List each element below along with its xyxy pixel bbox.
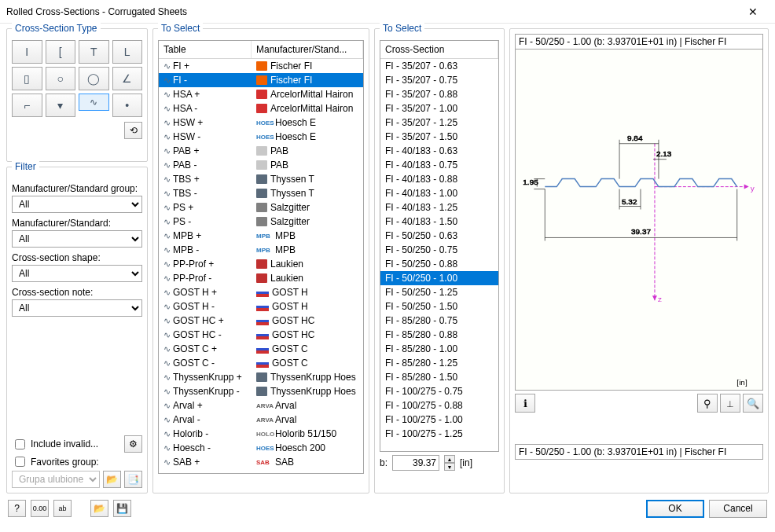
cross-row[interactable]: FI - 50/250 - 1.00 — [380, 271, 498, 285]
table-row[interactable]: ∿GOST C -GOST C — [159, 356, 363, 370]
cross-row[interactable]: FI - 35/207 - 0.63 — [380, 59, 498, 73]
fav-add-icon[interactable]: 📑 — [124, 471, 142, 488]
filter-shape-select[interactable]: All — [12, 265, 142, 282]
table-row[interactable]: ∿PP-Prof +Laukien — [159, 257, 363, 271]
cross-row[interactable]: FI - 35/207 - 1.00 — [380, 101, 498, 116]
cross-row[interactable]: FI - 40/183 - 1.00 — [380, 186, 498, 200]
cross-row[interactable]: FI - 100/275 - 1.00 — [380, 413, 498, 427]
type-icon-3[interactable]: L — [112, 40, 143, 64]
favorites-select[interactable]: Grupa ulubione — [12, 471, 100, 488]
table-row[interactable]: ∿HSA -ArcelorMittal Hairon — [159, 101, 363, 116]
table-row[interactable]: ∿GOST HC -GOST HC — [159, 328, 363, 342]
cross-row[interactable]: FI - 35/207 - 0.75 — [380, 73, 498, 87]
table-row[interactable]: ∿PS -Salzgitter — [159, 215, 363, 229]
type-icon-7[interactable]: ∠ — [112, 67, 143, 90]
table-row[interactable]: ∿FI +Fischer FI — [159, 59, 363, 73]
cross-row[interactable]: FI - 100/275 - 1.25 — [380, 427, 498, 441]
table-row[interactable]: ∿HSW +HOESHoesch E — [159, 116, 363, 130]
table-row[interactable]: ∿MPB -MPBMPB — [159, 243, 363, 257]
view-zoom-icon[interactable]: 🔍 — [743, 394, 763, 413]
table-row[interactable]: ∿Holorib -HOLOHolorib 51/150 — [159, 427, 363, 441]
cross-row[interactable]: FI - 50/250 - 0.75 — [380, 243, 498, 257]
ok-button[interactable]: OK — [646, 500, 704, 518]
cross-row[interactable]: FI - 100/275 - 0.75 — [380, 384, 498, 398]
group-filter-legend: Filter — [12, 161, 39, 172]
cross-row[interactable]: FI - 35/207 - 0.88 — [380, 87, 498, 101]
table-row[interactable]: ∿PAB -PAB — [159, 158, 363, 172]
cross-row[interactable]: FI - 40/183 - 1.25 — [380, 200, 498, 215]
save-icon[interactable]: 💾 — [113, 500, 131, 517]
cross-row[interactable]: FI - 50/250 - 1.50 — [380, 299, 498, 314]
type-icon-10[interactable]: ∿ — [79, 94, 109, 111]
type-icon-11[interactable]: • — [112, 94, 143, 117]
type-icon-0[interactable]: I — [12, 40, 42, 64]
help-icon[interactable]: ? — [8, 500, 26, 517]
b-down-icon[interactable]: ▼ — [444, 463, 455, 471]
cross-row[interactable]: FI - 100/275 - 0.88 — [380, 398, 498, 413]
cross-row[interactable]: FI - 40/183 - 0.88 — [380, 172, 498, 186]
type-icon-2[interactable]: T — [79, 40, 109, 64]
cross-row[interactable]: FI - 50/250 - 0.63 — [380, 229, 498, 243]
info-icon[interactable]: ℹ — [515, 394, 535, 413]
table-row[interactable]: ∿Hoesch -HOESHoesch 200 — [159, 441, 363, 455]
cross-row[interactable]: FI - 40/183 - 0.63 — [380, 144, 498, 158]
col-table[interactable]: Table — [159, 41, 252, 58]
table-row[interactable]: ∿MPB +MPBMPB — [159, 229, 363, 243]
type-icon-6[interactable]: ◯ — [79, 67, 109, 90]
table-row[interactable]: ∿FI -Fischer FI — [159, 73, 363, 87]
table-row[interactable]: ∿SAB +SABSAB — [159, 455, 363, 469]
table-row[interactable]: ∿ThyssenKrupp +ThyssenKrupp Hoes — [159, 370, 363, 384]
b-input[interactable] — [392, 455, 439, 471]
table-row[interactable]: ∿ThyssenKrupp -ThyssenKrupp Hoes — [159, 384, 363, 398]
table-row[interactable]: ∿GOST H -GOST H — [159, 299, 363, 314]
cross-row[interactable]: FI - 85/280 - 1.25 — [380, 356, 498, 370]
col-mfr[interactable]: Manufacturer/Stand... — [252, 41, 363, 58]
table-row[interactable]: ∿TBS -Thyssen T — [159, 186, 363, 200]
table-row[interactable]: ∿PS +Salzgitter — [159, 200, 363, 215]
type-icon-8[interactable]: ⌐ — [12, 94, 42, 117]
type-icon-1[interactable]: [ — [46, 40, 76, 64]
type-icon-4[interactable]: ▯ — [12, 67, 42, 90]
table-row[interactable]: ∿GOST HC +GOST HC — [159, 314, 363, 328]
units-icon[interactable]: 0.00 — [31, 500, 49, 517]
close-icon[interactable]: ✕ — [737, 2, 769, 21]
cross-row[interactable]: FI - 85/280 - 1.00 — [380, 342, 498, 356]
table-row[interactable]: ∿Arval -ARVAArval — [159, 413, 363, 427]
table-row[interactable]: ∿TBS +Thyssen T — [159, 172, 363, 186]
cross-row[interactable]: FI - 35/207 - 1.25 — [380, 116, 498, 130]
svg-marker-1 — [744, 185, 749, 189]
cross-row[interactable]: FI - 40/183 - 1.50 — [380, 215, 498, 229]
table-row[interactable]: ∿HSA +ArcelorMittal Hairon — [159, 87, 363, 101]
open-icon[interactable]: 📂 — [90, 500, 108, 517]
fav-open-icon[interactable]: 📂 — [103, 471, 121, 488]
filter-mfr-group-select[interactable]: All — [12, 196, 142, 213]
table-row[interactable]: ∿HSW -HOESHoesch E — [159, 130, 363, 144]
ab-icon[interactable]: ab — [53, 500, 72, 517]
svg-text:y: y — [751, 184, 755, 193]
cross-row[interactable]: FI - 35/207 - 1.50 — [380, 130, 498, 144]
table-row[interactable]: ∿GOST C +GOST C — [159, 342, 363, 356]
type-icon-9[interactable]: ▾ — [46, 94, 76, 117]
table-row[interactable]: ∿PAB +PAB — [159, 144, 363, 158]
table-row[interactable]: ∿Arval +ARVAArval — [159, 398, 363, 413]
cross-row[interactable]: FI - 50/250 - 0.88 — [380, 257, 498, 271]
cross-row[interactable]: FI - 85/280 - 1.50 — [380, 370, 498, 384]
filter-mfr-select[interactable]: All — [12, 230, 142, 248]
filter-note-select[interactable]: All — [12, 299, 142, 317]
cross-row[interactable]: FI - 40/183 - 0.75 — [380, 158, 498, 172]
cancel-button[interactable]: Cancel — [709, 500, 767, 518]
table-row[interactable]: ∿GOST H +GOST H — [159, 285, 363, 299]
include-invalid-check[interactable] — [15, 439, 25, 449]
col-cross[interactable]: Cross-Section — [380, 41, 498, 58]
cross-row[interactable]: FI - 85/280 - 0.88 — [380, 328, 498, 342]
table-row[interactable]: ∿PP-Prof -Laukien — [159, 271, 363, 285]
cross-row[interactable]: FI - 50/250 - 1.25 — [380, 285, 498, 299]
cross-row[interactable]: FI - 85/280 - 0.75 — [380, 314, 498, 328]
view-ruler-icon[interactable]: ⟂ — [720, 394, 740, 413]
favorites-check[interactable] — [15, 457, 25, 467]
b-up-icon[interactable]: ▲ — [444, 455, 455, 463]
include-invalid-icon[interactable]: ⚙ — [124, 435, 142, 453]
type-icon-5[interactable]: ○ — [46, 67, 76, 90]
view-axis-icon[interactable]: ⚲ — [697, 394, 718, 413]
type-more-icon[interactable]: ⟲ — [124, 122, 142, 139]
